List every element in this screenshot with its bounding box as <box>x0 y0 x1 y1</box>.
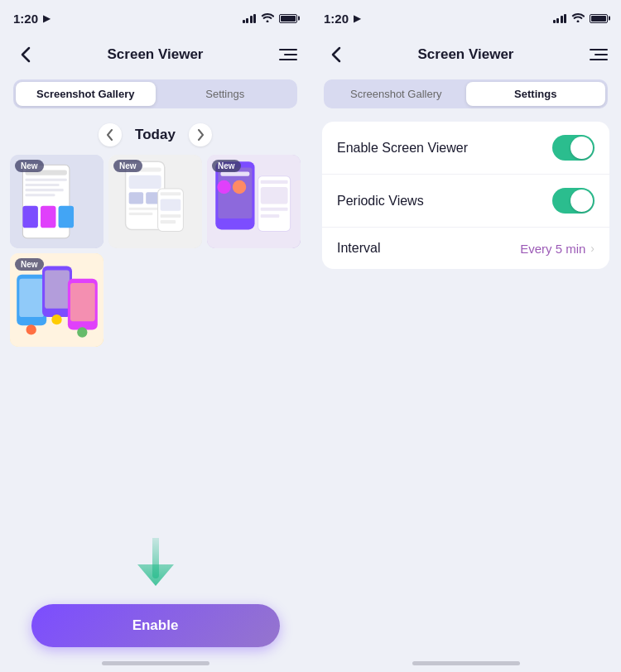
back-button-left[interactable] <box>13 42 38 67</box>
svg-rect-4 <box>25 184 59 186</box>
gallery-item-2[interactable]: New <box>108 155 202 248</box>
signal-icon-right <box>553 14 567 23</box>
tab-gallery-left[interactable]: Screenshot Gallery <box>16 82 156 106</box>
tabs-left: Screenshot Gallery Settings <box>13 79 297 108</box>
wifi-icon-left <box>261 12 274 25</box>
svg-point-42 <box>51 314 61 324</box>
status-icons-left <box>243 12 298 25</box>
settings-row-periodic: Periodic Views <box>322 175 609 228</box>
svg-rect-38 <box>45 271 70 309</box>
svg-rect-14 <box>129 192 143 204</box>
new-badge-4: New <box>15 258 44 271</box>
svg-point-27 <box>217 180 230 194</box>
svg-rect-19 <box>161 192 181 195</box>
settings-card: Enable Screen Viewer Periodic Views Inte… <box>322 122 609 269</box>
status-time-left: 1:20 ▶ <box>13 12 50 26</box>
menu-button-right[interactable] <box>583 42 608 67</box>
next-date-button[interactable] <box>189 123 212 146</box>
date-label: Today <box>135 127 176 143</box>
status-bar-right: 1:20 ▶ <box>310 0 621 36</box>
gallery-item-3[interactable]: New <box>207 155 301 248</box>
gallery-item-4[interactable]: New <box>10 253 104 347</box>
header-left: Screen Viewer <box>0 36 310 73</box>
interval-value-text: Every 5 min <box>520 242 585 256</box>
wifi-icon-right <box>571 12 585 25</box>
signal-icon-left <box>243 14 257 23</box>
svg-rect-13 <box>129 175 161 189</box>
svg-rect-36 <box>19 279 44 317</box>
status-bar-left: 1:20 ▶ <box>0 0 310 36</box>
enable-button[interactable]: Enable <box>31 604 280 647</box>
settings-label-enable: Enable Screen Viewer <box>337 141 468 156</box>
svg-point-43 <box>77 327 87 337</box>
settings-content: Enable Screen Viewer Periodic Views Inte… <box>310 115 621 672</box>
back-button-right[interactable] <box>324 42 349 67</box>
prev-date-button[interactable] <box>99 123 122 146</box>
toggle-knob-periodic <box>570 190 593 212</box>
svg-rect-17 <box>129 213 153 215</box>
settings-value-interval: Every 5 min › <box>520 242 595 256</box>
home-indicator-left <box>102 661 209 665</box>
new-badge-3: New <box>212 160 241 172</box>
svg-rect-21 <box>161 214 181 218</box>
tabs-right: Screenshot Gallery Settings <box>324 79 608 108</box>
chevron-icon-interval: › <box>590 242 595 255</box>
svg-rect-9 <box>59 206 74 228</box>
settings-row-enable: Enable Screen Viewer <box>322 122 609 175</box>
toggle-knob-enable <box>570 137 593 159</box>
date-nav: Today <box>0 115 310 155</box>
toggle-periodic-views[interactable] <box>552 188 595 214</box>
header-title-left: Screen Viewer <box>108 46 204 63</box>
header-title-right: Screen Viewer <box>418 46 514 63</box>
svg-rect-3 <box>25 179 66 181</box>
toggle-enable-screen-viewer[interactable] <box>552 135 595 161</box>
new-badge-2: New <box>113 160 142 172</box>
arrow-down-icon <box>131 538 181 596</box>
svg-rect-33 <box>261 214 280 218</box>
settings-label-periodic: Periodic Views <box>337 194 424 209</box>
new-badge-1: New <box>15 160 44 172</box>
gallery-item-1[interactable]: New <box>10 155 104 248</box>
left-bottom: Enable <box>0 538 310 672</box>
tab-gallery-right[interactable]: Screenshot Gallery <box>326 82 466 106</box>
gallery-grid: New <box>0 155 310 347</box>
settings-label-interval: Interval <box>337 241 380 256</box>
svg-rect-16 <box>129 208 161 210</box>
svg-rect-5 <box>25 189 63 191</box>
enable-button-label: Enable <box>132 617 179 634</box>
settings-row-interval[interactable]: Interval Every 5 min › <box>322 228 609 269</box>
svg-rect-6 <box>25 194 55 196</box>
svg-rect-20 <box>161 199 181 210</box>
svg-point-41 <box>26 324 36 334</box>
svg-rect-8 <box>41 206 55 228</box>
tab-settings-right[interactable]: Settings <box>466 82 606 106</box>
status-time-right: 1:20 ▶ <box>324 12 360 26</box>
location-icon-right: ▶ <box>354 13 360 24</box>
status-icons-right <box>553 12 609 25</box>
time-left: 1:20 <box>13 12 38 26</box>
location-icon-left: ▶ <box>43 13 50 24</box>
svg-rect-40 <box>70 283 95 321</box>
header-right: Screen Viewer <box>310 36 621 73</box>
battery-icon-left <box>279 14 297 23</box>
svg-rect-31 <box>261 187 288 204</box>
svg-rect-32 <box>261 208 288 211</box>
battery-icon-right <box>590 14 608 23</box>
time-right: 1:20 <box>324 12 349 26</box>
home-indicator-right <box>412 661 520 665</box>
left-panel: 1:20 ▶ <box>0 0 310 672</box>
svg-rect-7 <box>22 206 37 228</box>
svg-point-28 <box>233 180 246 194</box>
menu-button-left[interactable] <box>272 42 297 67</box>
svg-rect-26 <box>220 172 249 176</box>
tab-settings-left[interactable]: Settings <box>156 82 296 106</box>
svg-rect-30 <box>261 180 288 184</box>
right-panel: 1:20 ▶ <box>310 0 621 672</box>
svg-rect-22 <box>161 220 176 223</box>
